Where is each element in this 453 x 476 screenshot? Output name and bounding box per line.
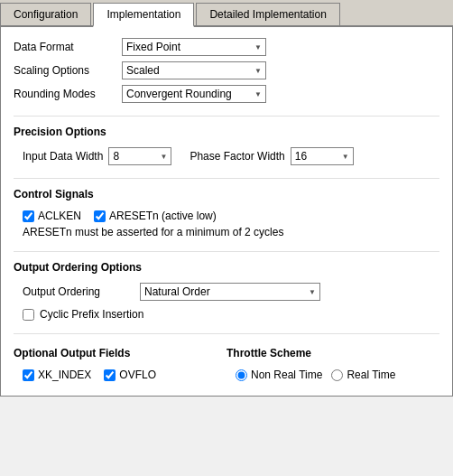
scaling-options-label: Scaling Options bbox=[14, 64, 122, 77]
data-format-section: Data Format Fixed Point Floating Point S… bbox=[14, 38, 439, 103]
input-data-width-select-wrap: 4 8 16 24 32 bbox=[108, 147, 171, 165]
phase-factor-width-label: Phase Factor Width bbox=[190, 150, 284, 163]
xk-index-label: XK_INDEX bbox=[38, 369, 91, 381]
output-ordering-select[interactable]: Natural Order Bit Reversed Order bbox=[140, 283, 320, 301]
output-ordering-row: Output Ordering Natural Order Bit Revers… bbox=[14, 283, 439, 301]
non-real-time-radio-item: Non Real Time bbox=[236, 369, 322, 381]
real-time-radio[interactable] bbox=[331, 369, 343, 381]
input-data-width-label: Input Data Width bbox=[23, 150, 103, 163]
phase-factor-width-select-wrap: 8 12 16 20 24 bbox=[291, 147, 354, 165]
divider-2 bbox=[14, 178, 439, 179]
phase-factor-width-item: Phase Factor Width 8 12 16 20 24 bbox=[190, 147, 353, 165]
rounding-modes-select[interactable]: Convergent Rounding Truncation Round Hal… bbox=[122, 85, 266, 103]
rounding-modes-select-wrap: Convergent Rounding Truncation Round Hal… bbox=[122, 85, 266, 103]
aresetn-label: ARESETn (active low) bbox=[109, 210, 217, 222]
real-time-label: Real Time bbox=[347, 369, 395, 381]
ovflo-label: OVFLO bbox=[119, 369, 156, 381]
data-format-select[interactable]: Fixed Point Floating Point bbox=[122, 38, 266, 56]
throttle-scheme-header: Throttle Scheme bbox=[226, 347, 439, 359]
aclken-checkbox[interactable] bbox=[23, 210, 34, 222]
bottom-section: Optional Output Fields XK_INDEX OVFLO Th… bbox=[14, 343, 439, 385]
aclken-checkbox-item: ACLKEN bbox=[23, 210, 81, 222]
divider-1 bbox=[14, 116, 439, 117]
ovflo-checkbox[interactable] bbox=[104, 369, 116, 381]
content-area: Data Format Fixed Point Floating Point S… bbox=[0, 27, 453, 397]
throttle-scheme-radios: Non Real Time Real Time bbox=[226, 369, 439, 381]
precision-options-header: Precision Options bbox=[14, 126, 439, 138]
throttle-scheme-col: Throttle Scheme Non Real Time Real Time bbox=[226, 343, 439, 385]
output-ordering-header: Output Ordering Options bbox=[14, 261, 439, 274]
control-signals-checkboxes: ACLKEN ARESETn (active low) bbox=[14, 210, 439, 222]
cyclic-prefix-checkbox[interactable] bbox=[23, 309, 34, 321]
cyclic-prefix-label: Cyclic Prefix Insertion bbox=[40, 308, 143, 321]
tab-bar: Configuration Implementation Detailed Im… bbox=[0, 0, 453, 27]
scaling-options-select-wrap: Scaled Unscaled bbox=[122, 61, 266, 79]
output-ordering-section: Output Ordering Options Output Ordering … bbox=[14, 261, 439, 321]
data-format-row: Data Format Fixed Point Floating Point bbox=[14, 38, 439, 56]
divider-3 bbox=[14, 251, 439, 252]
scaling-options-row: Scaling Options Scaled Unscaled bbox=[14, 61, 439, 79]
aresetn-checkbox[interactable] bbox=[94, 210, 106, 222]
optional-output-fields-checkboxes: XK_INDEX OVFLO bbox=[14, 369, 226, 381]
real-time-radio-item: Real Time bbox=[331, 369, 395, 381]
input-data-width-item: Input Data Width 4 8 16 24 32 bbox=[23, 147, 171, 165]
control-signals-section: Control Signals ACLKEN ARESETn (active l… bbox=[14, 188, 439, 238]
control-signals-header: Control Signals bbox=[14, 188, 439, 201]
non-real-time-radio[interactable] bbox=[236, 369, 247, 381]
aclken-label: ACLKEN bbox=[38, 210, 81, 222]
input-data-width-select[interactable]: 4 8 16 24 32 bbox=[108, 147, 171, 165]
aresetn-note: ARESETn must be asserted for a minimum o… bbox=[14, 226, 439, 238]
output-ordering-label: Output Ordering bbox=[23, 285, 131, 298]
output-ordering-select-wrap: Natural Order Bit Reversed Order bbox=[140, 283, 320, 301]
data-format-label: Data Format bbox=[14, 41, 122, 53]
precision-options-row: Input Data Width 4 8 16 24 32 Phase Fact… bbox=[14, 147, 439, 165]
scaling-options-select[interactable]: Scaled Unscaled bbox=[122, 61, 266, 79]
aresetn-checkbox-item: ARESETn (active low) bbox=[94, 210, 217, 222]
cyclic-prefix-row: Cyclic Prefix Insertion bbox=[14, 308, 439, 321]
rounding-modes-label: Rounding Modes bbox=[14, 88, 122, 100]
xk-index-checkbox-item: XK_INDEX bbox=[23, 369, 91, 381]
tab-implementation[interactable]: Implementation bbox=[93, 3, 194, 27]
xk-index-checkbox[interactable] bbox=[23, 369, 34, 381]
tab-configuration[interactable]: Configuration bbox=[0, 3, 91, 25]
non-real-time-label: Non Real Time bbox=[251, 369, 322, 381]
data-format-select-wrap: Fixed Point Floating Point bbox=[122, 38, 266, 56]
rounding-modes-row: Rounding Modes Convergent Rounding Trunc… bbox=[14, 85, 439, 103]
precision-options-section: Precision Options Input Data Width 4 8 1… bbox=[14, 126, 439, 165]
ovflo-checkbox-item: OVFLO bbox=[104, 369, 156, 381]
optional-output-fields-header: Optional Output Fields bbox=[14, 347, 226, 359]
phase-factor-width-select[interactable]: 8 12 16 20 24 bbox=[291, 147, 354, 165]
tab-detailed-implementation[interactable]: Detailed Implementation bbox=[196, 3, 339, 25]
divider-4 bbox=[14, 333, 439, 334]
optional-output-fields-col: Optional Output Fields XK_INDEX OVFLO bbox=[14, 343, 226, 385]
